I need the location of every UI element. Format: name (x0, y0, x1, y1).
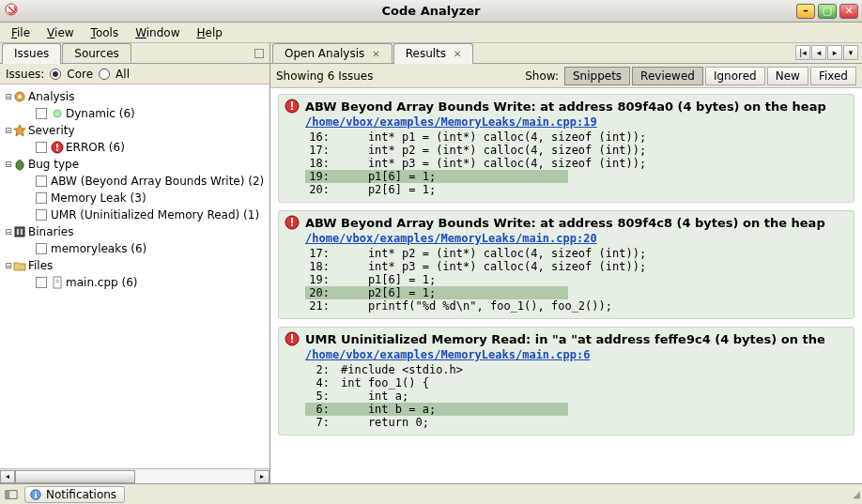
maximize-button[interactable]: ▢ (818, 4, 837, 19)
close-icon[interactable]: ✕ (454, 49, 461, 59)
collapse-icon[interactable]: ⊟ (4, 92, 13, 101)
tree-group[interactable]: ⊟Binaries (0, 223, 269, 240)
code-snippet: 2:#include <stdio.h> 4:int foo_1() { 5: … (285, 361, 848, 429)
window-title: Code Analyzer (0, 4, 862, 18)
radio-core[interactable] (50, 69, 61, 80)
tree-item[interactable]: ERROR (6) (0, 139, 269, 156)
error-icon (285, 99, 300, 114)
issue-item: ABW Beyond Array Bounds Write: at addres… (278, 210, 854, 319)
tree-item[interactable]: UMR (Uninitialized Memory Read) (1) (0, 206, 269, 223)
close-icon[interactable]: ✕ (372, 49, 379, 59)
hscroll[interactable]: ◂ ▸ (0, 468, 269, 483)
radio-all-label: All (115, 68, 130, 81)
menu-file[interactable]: File (4, 24, 38, 41)
svg-rect-12 (21, 229, 23, 235)
collapse-icon[interactable]: ⊟ (4, 160, 13, 169)
svg-point-2 (18, 95, 22, 99)
tree-item[interactable]: main.cpp (6) (0, 274, 269, 291)
tab-results[interactable]: Results✕ (393, 43, 474, 63)
tree-item[interactable]: ABW (Beyond Array Bounds Write) (2) (0, 173, 269, 190)
tree-item-label: ERROR (6) (66, 141, 125, 154)
tree-item[interactable]: memoryleaks (6) (0, 240, 269, 257)
issues-filter-label: Issues: (6, 68, 44, 81)
tree-item-label: memoryleaks (6) (51, 242, 146, 255)
collapse-icon[interactable]: ⊟ (4, 227, 13, 237)
results-list[interactable]: ABW Beyond Array Bounds Write: at addres… (270, 88, 862, 483)
show-label: Show: (525, 69, 559, 83)
issues-tree[interactable]: ⊟AnalysisDynamic (6)⊟SeverityERROR (6)⊟B… (0, 84, 269, 468)
tree-item-label: Memory Leak (3) (51, 191, 146, 205)
tree-group[interactable]: ⊟Bug type (0, 156, 269, 173)
tree-label: Bug type (28, 158, 79, 171)
tree-group[interactable]: ⊟Analysis (0, 88, 269, 105)
minimize-button[interactable]: – (796, 4, 815, 19)
collapse-icon[interactable]: ⊟ (4, 126, 13, 135)
checkbox[interactable] (36, 142, 47, 153)
issue-source-link[interactable]: /home/vbox/examples/MemoryLeaks/main.cpp… (285, 115, 848, 129)
collapse-icon[interactable]: ⊟ (4, 261, 13, 270)
checkbox[interactable] (36, 277, 47, 288)
resize-grip-icon[interactable]: ◢ (853, 489, 858, 499)
tab-label: Results (406, 47, 446, 60)
tab-issues[interactable]: Issues (2, 43, 61, 63)
svg-rect-15 (55, 282, 59, 283)
nav-next-button[interactable]: ▸ (827, 45, 842, 60)
radio-all[interactable] (99, 69, 110, 80)
issue-item: ABW Beyond Array Bounds Write: at addres… (278, 94, 854, 203)
tree-item[interactable]: Dynamic (6) (0, 105, 269, 122)
scroll-track[interactable] (15, 470, 254, 483)
filter-new[interactable]: New (767, 67, 808, 85)
checkbox[interactable] (36, 209, 47, 221)
scroll-thumb[interactable] (15, 470, 135, 483)
pane-menu-icon[interactable] (254, 49, 264, 58)
statusbar: i Notifications ◢ (0, 483, 862, 504)
tree-group[interactable]: ⊟Files (0, 257, 269, 274)
issue-source-link[interactable]: /home/vbox/examples/MemoryLeaks/main.cpp… (285, 232, 848, 245)
dock-icon[interactable] (4, 487, 19, 502)
tab-open-analysis[interactable]: Open Analysis✕ (272, 43, 393, 63)
gear-icon (13, 90, 26, 103)
err-icon (51, 141, 64, 154)
checkbox[interactable] (36, 243, 47, 254)
left-pane: Issues Sources Issues: Core All ⊟Analysi… (0, 43, 270, 483)
nav-first-button[interactable]: |◂ (795, 45, 810, 60)
menu-window[interactable]: Window (128, 24, 187, 41)
issue-source-link[interactable]: /home/vbox/examples/MemoryLeaks/main.cpp… (285, 348, 848, 361)
scroll-left-button[interactable]: ◂ (0, 470, 15, 483)
svg-rect-10 (15, 227, 24, 237)
menu-view[interactable]: View (39, 24, 81, 41)
close-button[interactable]: ✕ (839, 4, 858, 19)
code-snippet: 16: int* p1 = (int*) calloc(4, sizeof (i… (285, 129, 848, 196)
svg-marker-4 (14, 125, 25, 136)
tab-label: Open Analysis (285, 47, 364, 60)
nav-menu-button[interactable]: ▾ (843, 45, 858, 60)
issue-title: UMR Uninitialized Memory Read: in "a "at… (305, 332, 825, 346)
notifications-button[interactable]: i Notifications (24, 486, 125, 503)
radio-core-label: Core (67, 68, 93, 81)
issue-filter-row: Issues: Core All (0, 64, 269, 84)
menu-tools[interactable]: Tools (84, 24, 127, 41)
svg-rect-6 (56, 144, 58, 148)
checkbox[interactable] (36, 108, 47, 119)
filter-reviewed[interactable]: Reviewed (632, 67, 703, 85)
filter-fixed[interactable]: Fixed (810, 67, 856, 85)
checkbox[interactable] (36, 176, 47, 187)
scroll-right-button[interactable]: ▸ (254, 470, 269, 483)
filter-ignored[interactable]: Ignored (705, 67, 765, 85)
issue-title: ABW Beyond Array Bounds Write: at addres… (305, 216, 825, 230)
tree-label: Binaries (28, 225, 73, 238)
tab-sources[interactable]: Sources (62, 43, 131, 63)
tree-item[interactable]: Memory Leak (3) (0, 190, 269, 206)
app-icon (4, 2, 23, 20)
tree-group[interactable]: ⊟Severity (0, 122, 269, 139)
error-icon (285, 331, 300, 346)
menu-help[interactable]: Help (189, 24, 229, 41)
tree-item-label: main.cpp (6) (66, 276, 137, 289)
svg-rect-14 (55, 280, 59, 281)
svg-rect-23 (291, 334, 293, 340)
filter-snippets[interactable]: Snippets (564, 67, 630, 85)
checkbox[interactable] (36, 192, 47, 204)
bins-icon (13, 225, 26, 238)
nav-prev-button[interactable]: ◂ (811, 45, 826, 60)
svg-rect-18 (291, 108, 293, 110)
